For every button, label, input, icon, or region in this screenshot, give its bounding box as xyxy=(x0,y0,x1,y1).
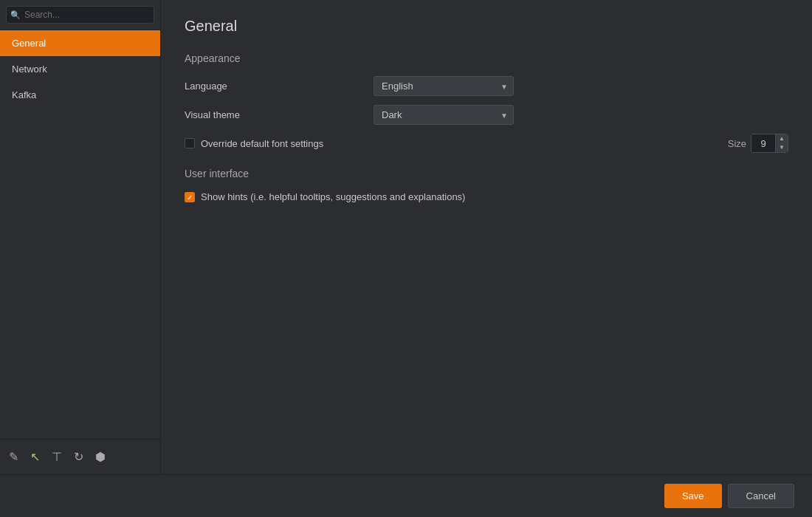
search-input[interactable] xyxy=(6,6,154,24)
user-interface-section: User interface Show hints (i.e. helpful … xyxy=(185,168,788,202)
tag-icon[interactable]: ⬢ xyxy=(92,447,109,467)
sidebar-bottom-toolbar: ✎ ↖ ⊤ ↻ ⬢ xyxy=(0,439,160,474)
language-label: Language xyxy=(185,81,362,92)
footer: Save Cancel xyxy=(0,474,812,517)
font-size-input-wrapper: ▲ ▼ xyxy=(751,134,788,153)
font-size-up-button[interactable]: ▲ xyxy=(776,134,788,143)
search-container: 🔍 xyxy=(0,0,160,30)
override-font-checkbox[interactable] xyxy=(185,138,195,148)
show-hints-checkbox[interactable] xyxy=(185,192,195,202)
show-hints-label: Show hints (i.e. helpful tooltips, sugge… xyxy=(201,191,465,202)
font-size-label: Size xyxy=(728,138,746,149)
font-override-row: Override default font settings Size ▲ ▼ xyxy=(185,134,788,153)
table-icon[interactable]: ⊤ xyxy=(49,447,65,467)
page-title: General xyxy=(185,18,788,35)
sidebar-item-label: Network xyxy=(12,64,47,75)
visual-theme-row: Visual theme Dark Light System default ▼ xyxy=(185,105,788,125)
sidebar: 🔍 General Network Kafka ✎ ↖ ⊤ ↻ ⬢ xyxy=(0,0,161,474)
cancel-button[interactable]: Cancel xyxy=(728,484,794,508)
language-row: Language English French German Spanish ▼ xyxy=(185,76,788,96)
sidebar-item-label: General xyxy=(12,38,46,49)
sidebar-item-network[interactable]: Network xyxy=(0,56,160,82)
font-size-control: Size ▲ ▼ xyxy=(728,134,788,153)
refresh-icon[interactable]: ↻ xyxy=(71,447,86,467)
user-interface-section-title: User interface xyxy=(185,168,788,179)
override-font-label: Override default font settings xyxy=(201,138,323,149)
font-size-input[interactable] xyxy=(751,136,775,151)
theme-select-wrapper: Dark Light System default ▼ xyxy=(374,105,514,125)
font-size-down-button[interactable]: ▼ xyxy=(776,143,788,152)
search-icon: 🔍 xyxy=(10,10,21,20)
appearance-section-title: Appearance xyxy=(185,52,788,64)
hints-checkbox-row: Show hints (i.e. helpful tooltips, sugge… xyxy=(185,191,788,202)
theme-select[interactable]: Dark Light System default xyxy=(374,105,514,125)
appearance-section: Appearance Language English French Germa… xyxy=(185,52,788,153)
draw-icon[interactable]: ✎ xyxy=(6,447,21,467)
save-button[interactable]: Save xyxy=(664,484,722,508)
sidebar-item-kafka[interactable]: Kafka xyxy=(0,82,160,108)
sidebar-item-general[interactable]: General xyxy=(0,30,160,56)
cursor-icon[interactable]: ↖ xyxy=(27,447,43,467)
language-select[interactable]: English French German Spanish xyxy=(374,76,514,96)
font-size-arrows: ▲ ▼ xyxy=(775,134,788,152)
sidebar-item-label: Kafka xyxy=(12,89,36,100)
main-content: General Appearance Language English Fren… xyxy=(161,0,812,474)
visual-theme-label: Visual theme xyxy=(185,109,362,120)
language-select-wrapper: English French German Spanish ▼ xyxy=(374,76,514,96)
